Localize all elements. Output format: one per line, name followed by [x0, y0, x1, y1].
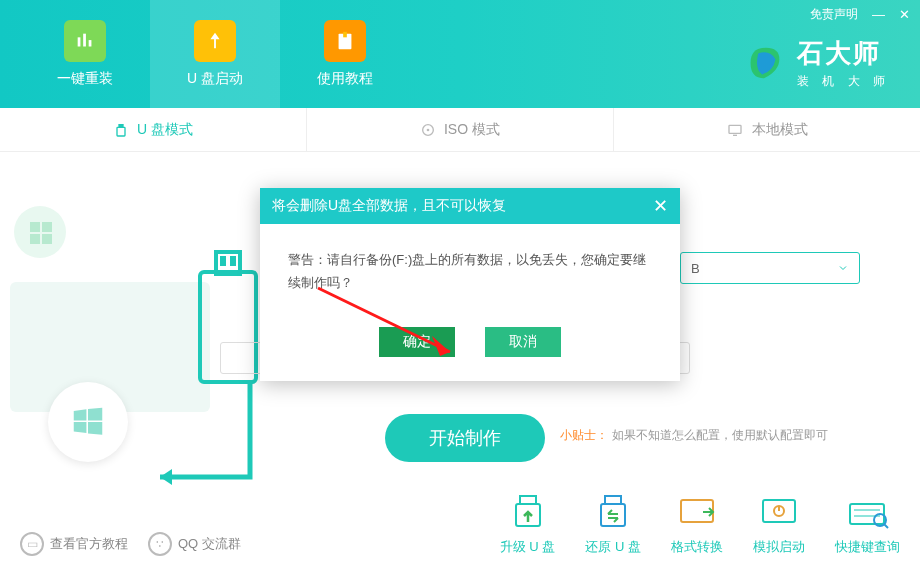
restore-usb-icon: [591, 494, 635, 532]
upgrade-usb-icon: [506, 494, 550, 532]
dialog-footer: 确定 取消: [260, 319, 680, 381]
svg-rect-4: [343, 32, 347, 37]
brand-logo-icon: [741, 40, 787, 86]
svg-rect-2: [89, 40, 92, 46]
hotkey-icon: [846, 494, 890, 532]
brand: 石大师 装 机 大 师: [741, 36, 890, 90]
svg-rect-1: [83, 34, 86, 47]
qq-group-link[interactable]: ∵ QQ 交流群: [148, 532, 241, 556]
dialog-body: 警告：请自行备份(F:)盘上的所有数据，以免丢失，您确定要继续制作吗？: [260, 224, 680, 319]
dialog-header: 将会删除U盘全部数据，且不可以恢复 ✕: [260, 188, 680, 224]
brand-name: 石大师: [797, 36, 890, 71]
svg-rect-23: [605, 496, 621, 504]
tool-format-convert[interactable]: 格式转换: [671, 494, 723, 556]
mode-tab-usb[interactable]: U 盘模式: [0, 108, 306, 151]
windows-badge: [48, 382, 128, 462]
cancel-button[interactable]: 取消: [485, 327, 561, 357]
brand-subtitle: 装 机 大 师: [797, 73, 890, 90]
mode-label: U 盘模式: [137, 121, 193, 139]
ok-label: 确定: [403, 333, 431, 351]
reinstall-icon: [64, 20, 106, 62]
tool-simulate-boot[interactable]: 模拟启动: [753, 494, 805, 556]
app-header: 一键重装 U 盘启动 使用教程 免责声明 — ✕ 石大师 装 机 大 师: [0, 0, 920, 108]
link-label: QQ 交流群: [178, 535, 241, 553]
link-label: 查看官方教程: [50, 535, 128, 553]
mode-tab-local[interactable]: 本地模式: [613, 108, 920, 151]
mode-tabs: U 盘模式 ISO 模式 本地模式: [0, 108, 920, 152]
nav-label: 一键重装: [57, 70, 113, 88]
tip-text: 小贴士：如果不知道怎么配置，使用默认配置即可: [560, 427, 828, 444]
dialog-title: 将会删除U盘全部数据，且不可以恢复: [272, 197, 506, 215]
tool-label: 升级 U 盘: [500, 538, 556, 556]
chevron-down-icon: [837, 262, 849, 274]
device-dropdown[interactable]: B: [680, 252, 860, 284]
confirm-dialog: 将会删除U盘全部数据，且不可以恢复 ✕ 警告：请自行备份(F:)盘上的所有数据，…: [260, 188, 680, 381]
window-controls: 免责声明 — ✕: [810, 6, 910, 23]
cancel-label: 取消: [509, 333, 537, 351]
svg-rect-12: [30, 222, 40, 232]
svg-line-32: [884, 524, 888, 528]
official-tutorial-link[interactable]: ▭ 查看官方教程: [20, 532, 128, 556]
tool-label: 模拟启动: [753, 538, 805, 556]
tool-label: 快捷键查询: [835, 538, 900, 556]
ok-button[interactable]: 确定: [379, 327, 455, 357]
people-icon: ∵: [148, 532, 172, 556]
nav-label: U 盘启动: [187, 70, 243, 88]
disclaimer-link[interactable]: 免责声明: [810, 6, 858, 23]
iso-icon: [420, 122, 436, 138]
usb-boot-icon: [194, 20, 236, 62]
tool-label: 格式转换: [671, 538, 723, 556]
svg-rect-14: [30, 234, 40, 244]
svg-rect-20: [230, 256, 236, 266]
windows-icon: [69, 403, 107, 441]
local-icon: [726, 122, 744, 138]
tip-label: 小贴士：: [560, 428, 608, 442]
start-make-button[interactable]: 开始制作: [385, 414, 545, 462]
tool-hotkey-query[interactable]: 快捷键查询: [835, 494, 900, 556]
svg-rect-0: [78, 37, 81, 46]
book-icon: ▭: [20, 532, 44, 556]
svg-rect-21: [520, 496, 536, 504]
nav-tab-usb-boot[interactable]: U 盘启动: [150, 0, 280, 108]
mode-label: ISO 模式: [444, 121, 500, 139]
svg-rect-13: [42, 222, 52, 232]
close-button[interactable]: ✕: [899, 7, 910, 22]
nav-label: 使用教程: [317, 70, 373, 88]
mode-label: 本地模式: [752, 121, 808, 139]
svg-rect-6: [117, 127, 125, 136]
dropdown-value: B: [691, 261, 700, 276]
start-button-label: 开始制作: [429, 426, 501, 450]
format-icon: [675, 494, 719, 532]
usb-icon: [113, 122, 129, 138]
tip-body: 如果不知道怎么配置，使用默认配置即可: [612, 428, 828, 442]
tutorial-icon: [324, 20, 366, 62]
minimize-button[interactable]: —: [872, 7, 885, 22]
dialog-close-button[interactable]: ✕: [653, 195, 668, 217]
svg-rect-15: [42, 234, 52, 244]
simulate-icon: [757, 494, 801, 532]
tool-restore-usb[interactable]: 还原 U 盘: [585, 494, 641, 556]
svg-rect-9: [729, 125, 741, 133]
nav-tab-tutorial[interactable]: 使用教程: [280, 0, 410, 108]
tool-label: 还原 U 盘: [585, 538, 641, 556]
toolbar: ▭ 查看官方教程 ∵ QQ 交流群 升级 U 盘 还原 U 盘 格式转换: [0, 494, 920, 556]
nav-tab-reinstall[interactable]: 一键重装: [20, 0, 150, 108]
svg-point-8: [427, 128, 430, 131]
tool-upgrade-usb[interactable]: 升级 U 盘: [500, 494, 556, 556]
svg-rect-10: [733, 134, 737, 135]
svg-rect-19: [220, 256, 226, 266]
mode-tab-iso[interactable]: ISO 模式: [306, 108, 613, 151]
